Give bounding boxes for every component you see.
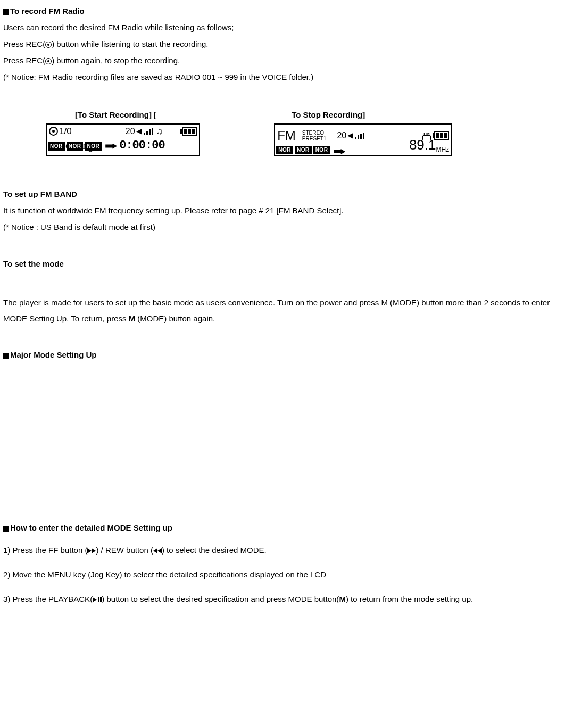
- mode-key: M: [339, 594, 346, 603]
- record-icon: [45, 42, 52, 48]
- text: ) button again, to stop the recording.: [52, 56, 180, 65]
- volume-level: 20: [126, 126, 135, 137]
- text: ) / REW button (: [96, 545, 153, 555]
- section-title-major-mode: Major Mode Setting Up: [3, 349, 562, 360]
- section-title-detailed-mode: How to enter the detailed MODE Setting u…: [3, 522, 562, 533]
- plug-icon: [105, 144, 117, 149]
- record-intro: Users can record the desired FM Radio wh…: [3, 22, 562, 33]
- major-mode-diagram-placeholder: [3, 366, 562, 520]
- frequency-value: 89.1: [409, 135, 436, 154]
- text: Press REC(: [3, 56, 45, 65]
- rec-indicator-icon: [49, 127, 58, 136]
- section-title-record-fm: To record FM Radio: [3, 5, 562, 16]
- step-3: 3) Press the PLAYBACK( ) button to selec…: [3, 592, 562, 607]
- lcd-captions: [To Start Recording] [ To Stop Recording…: [3, 109, 562, 120]
- text: 3) Press the PLAYBACK(: [3, 594, 93, 603]
- set-mode-desc: The player is made for users to set up t…: [3, 295, 562, 327]
- frequency-unit: MHz: [436, 145, 450, 154]
- rew-icon: [153, 548, 157, 553]
- record-icon: [45, 58, 52, 64]
- text: ) to select the desired MODE.: [162, 545, 267, 555]
- lcd-recording: 1/0 20 ◀ ♫ Recording NOR NOR NOR 0:00:00: [46, 123, 200, 156]
- bullet-square-icon: [3, 9, 9, 15]
- music-note-icon: ♫: [156, 126, 163, 137]
- mode-key: M: [129, 314, 136, 323]
- text: 1) Press the FF button (: [3, 545, 87, 555]
- text: ) to return from the mode setting up.: [346, 594, 473, 603]
- fm-band-notice: (* Notice : US Band is default mode at f…: [3, 221, 562, 233]
- record-start-instruction: Press REC() button while listening to st…: [3, 38, 562, 49]
- play-icon: [93, 597, 97, 602]
- plug-icon: [334, 149, 345, 154]
- lcd-displays-row: 1/0 20 ◀ ♫ Recording NOR NOR NOR 0:00:00…: [3, 123, 562, 156]
- signal-icon: [144, 128, 153, 135]
- step-1: 1) Press the FF button () / REW button (…: [3, 543, 562, 558]
- nor-badge: NOR: [313, 146, 330, 154]
- title-text: How to enter the detailed MODE Setting u…: [10, 523, 172, 532]
- title-text: To record FM Radio: [10, 6, 85, 15]
- rec-time: 0:00:00: [119, 138, 164, 154]
- section-title-fm-band: To set up FM BAND: [3, 188, 562, 200]
- caption-start: [To Start Recording] [: [75, 109, 156, 120]
- nor-badge: NOR: [67, 142, 84, 151]
- lcd-fm: FM STEREO PRESET1 20 ◀ NOR NOR NOR 89.1 …: [274, 123, 452, 156]
- bullet-square-icon: [3, 353, 9, 359]
- rew-icon: [157, 548, 162, 553]
- nor-badge: NOR: [85, 142, 102, 151]
- nor-badge: NOR: [295, 146, 312, 154]
- lcd1-top-row: 1/0 20 ◀ ♫: [47, 125, 199, 138]
- text: ) button while listening to start the re…: [52, 39, 208, 48]
- text: (MODE) button again.: [135, 314, 215, 323]
- record-stop-instruction: Press REC() button again, to stop the re…: [3, 55, 562, 66]
- text: Press REC(: [3, 39, 45, 48]
- text: The player is made for users to set up t…: [3, 298, 550, 323]
- nor-badge: NOR: [48, 142, 65, 151]
- nor-badge: NOR: [276, 146, 293, 154]
- fm-band-desc: It is function of worldwide FM frequency…: [3, 205, 562, 216]
- bullet-square-icon: [3, 526, 9, 532]
- pause-icon: [98, 597, 99, 602]
- section-title-set-mode: To set the mode: [3, 258, 562, 269]
- caption-stop: To Stop Recording]: [292, 109, 365, 120]
- step-2: 2) Move the MENU key (Jog Key) to select…: [3, 567, 562, 582]
- record-notice: (* Notice: FM Radio recording files are …: [3, 71, 562, 82]
- ff-icon: [87, 548, 92, 553]
- title-text: Major Mode Setting Up: [10, 350, 97, 359]
- track-number: 1/0: [59, 125, 72, 138]
- battery-icon: [182, 127, 197, 136]
- text: ) button to select the desired specifica…: [102, 594, 339, 603]
